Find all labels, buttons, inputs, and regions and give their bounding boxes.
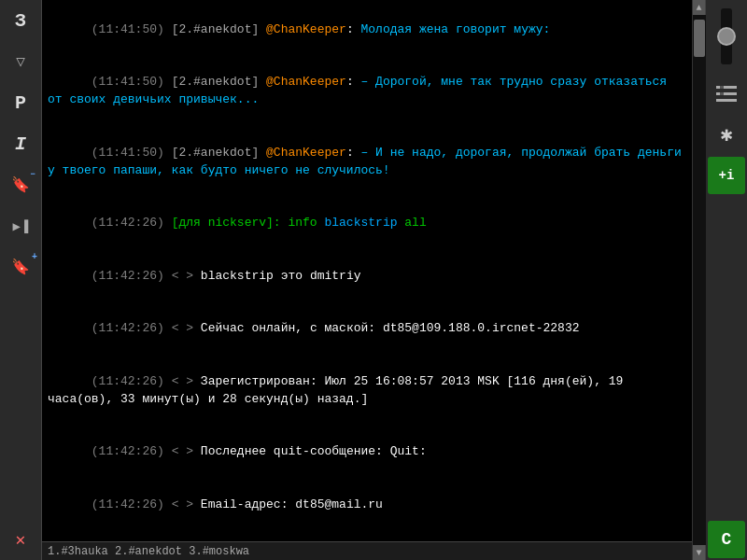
right-panel: ✱ +i C <box>705 0 747 560</box>
chat-line: (11:42:26) < > Последнее quit-сообщение:… <box>48 426 686 479</box>
scrollbar[interactable]: ▲ ▼ <box>692 0 705 560</box>
sidebar-btn-z[interactable]: З <box>2 2 39 39</box>
sidebar-btn-play[interactable]: ▶▐ <box>2 207 39 245</box>
chat-line: (11:41:50) [2.#anekdot] @ChanKeeper: – И… <box>48 127 686 197</box>
chat-line: (11:42:26) < > Зарегистрирован: Июл 25 1… <box>48 356 686 426</box>
svg-rect-0 <box>716 86 737 89</box>
sidebar-btn-p[interactable]: Р <box>2 84 39 121</box>
chat-line: (11:41:50) [2.#anekdot] @ChanKeeper: – Д… <box>48 57 686 127</box>
status-bar: 1.#3hauka 2.#anekdot 3.#moskwa <box>42 541 692 560</box>
channel-list: 1.#3hauka 2.#anekdot 3.#moskwa <box>48 545 249 558</box>
left-sidebar: З ▽ Р І 🔖− ▶▐ 🔖+ ✕ <box>0 0 42 560</box>
chat-line: (11:42:26) < > Сейчас онлайн, с маской: … <box>48 302 686 356</box>
sidebar-btn-down[interactable]: ▽ <box>2 43 39 80</box>
svg-rect-2 <box>720 86 724 89</box>
chat-line: (11:41:50) [2.#anekdot] @ChanKeeper: Мол… <box>48 4 686 57</box>
scroll-thumb[interactable] <box>694 20 705 57</box>
plus-i-btn[interactable]: +i <box>708 157 745 194</box>
c-btn[interactable]: C <box>708 521 745 558</box>
scroll-down-arrow[interactable]: ▼ <box>693 545 706 560</box>
svg-rect-4 <box>716 99 737 102</box>
list-icon <box>716 85 737 102</box>
asterisk-btn[interactable]: ✱ <box>708 116 745 153</box>
svg-rect-3 <box>720 92 724 95</box>
svg-rect-1 <box>716 92 737 95</box>
chat-line: (11:42:26) < > blackstrip это dmitriy <box>48 250 686 303</box>
chat-line: (11:42:26) < > Email-адрес: dt85@mail.ru <box>48 479 686 532</box>
slider-knob[interactable] <box>717 27 736 46</box>
sidebar-btn-close[interactable]: ✕ <box>2 521 39 558</box>
chat-line: (11:42:26) < > Параметры: Защита, Безопа… <box>48 531 686 541</box>
list-btn[interactable] <box>708 75 745 112</box>
scroll-up-arrow[interactable]: ▲ <box>693 0 706 15</box>
chat-line: (11:42:26) [для nickserv]: info blackstr… <box>48 197 686 250</box>
sidebar-btn-bookmark-plus[interactable]: 🔖+ <box>2 248 39 286</box>
scroll-thumb-area[interactable] <box>693 15 706 545</box>
sidebar-btn-bookmark[interactable]: 🔖− <box>2 166 39 203</box>
volume-slider[interactable] <box>721 8 732 64</box>
slider-area[interactable] <box>708 4 745 69</box>
chat-log[interactable]: (11:41:50) [2.#anekdot] @ChanKeeper: Мол… <box>42 0 692 541</box>
sidebar-btn-i[interactable]: І <box>2 125 39 162</box>
main-area: (11:41:50) [2.#anekdot] @ChanKeeper: Мол… <box>42 0 692 560</box>
